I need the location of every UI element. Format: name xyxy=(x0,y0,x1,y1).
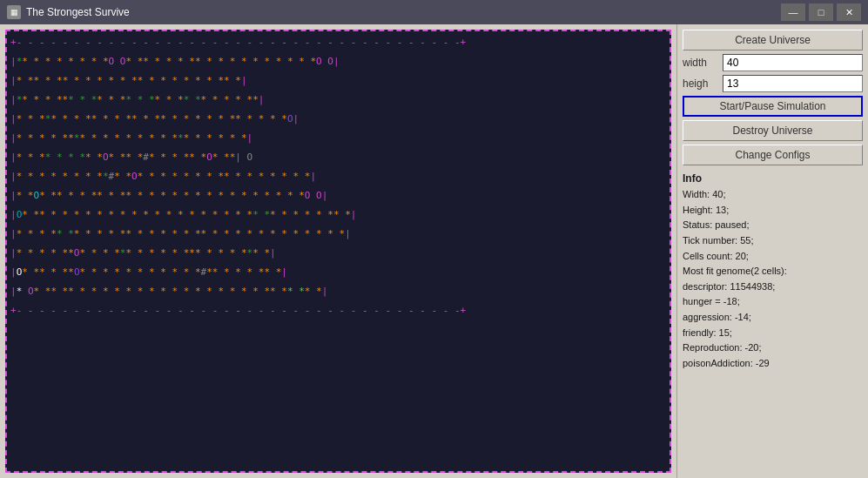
title-bar-left: ▦ The Strongest Survive xyxy=(7,5,130,19)
info-line-2: Status: paused; xyxy=(683,218,863,233)
sim-row: | * * * * * * O* * * * * * * * * * * * *… xyxy=(10,244,666,263)
sim-row: | * * * * * * * * *O * * * * # * * * * *… xyxy=(10,148,666,167)
window-controls: — □ ✕ xyxy=(781,3,861,21)
sim-row: |* *O * * * * * * * * * * * * * * * * * … xyxy=(10,186,666,205)
sim-row: | * * * * * * * * * * * * * * * * * * * … xyxy=(10,91,666,110)
right-panel: Create Universe width heigh Start/Pause … xyxy=(676,24,868,478)
info-section: Info Width: 40; Height: 13; Status: paus… xyxy=(683,171,863,371)
start-pause-button[interactable]: Start/Pause Simulation xyxy=(683,96,863,117)
minimize-button[interactable]: — xyxy=(781,3,805,21)
info-line-4: Cells count: 20; xyxy=(683,249,863,265)
width-label: width xyxy=(683,57,717,69)
app-icon: ▦ xyxy=(7,5,21,19)
canvas-area: +- - - - - - - - - - - - - - - - - - - -… xyxy=(0,24,676,478)
destroy-universe-button[interactable]: Destroy Universe xyxy=(683,120,863,141)
info-line-0: Width: 40; xyxy=(683,187,863,203)
width-input[interactable] xyxy=(723,54,863,71)
sim-row: +- - - - - - - - - - - - - - - - - - - -… xyxy=(10,33,666,52)
sim-row: | * * * * * * * * * * * * * * * * * * * … xyxy=(10,225,666,244)
info-line-11: poisonAddiction: -29 xyxy=(683,356,863,372)
info-line-10: Reproduction: -20; xyxy=(683,340,863,356)
sim-row: | * * * * * * * * * * * * * * * * * * * … xyxy=(10,110,666,129)
change-configs-button[interactable]: Change Configs xyxy=(683,145,863,165)
sim-row: | O* * * * * * O * * * * * * * * * * * #… xyxy=(10,263,666,282)
window-title: The Strongest Survive xyxy=(26,6,130,18)
info-line-8: aggression: -14; xyxy=(683,310,863,326)
info-line-5: Most fit genome(2 cells): xyxy=(683,264,863,279)
sim-row: | O * * * * * * * * * * * * * * * * * * … xyxy=(10,205,666,225)
height-input[interactable] xyxy=(723,75,863,92)
sim-row: +- - - - - - - - - - - - - - - - - - - -… xyxy=(10,301,666,320)
sim-row: | * * * * * * * * * O O* * * * * * * * *… xyxy=(10,52,666,71)
width-field-row: width xyxy=(683,54,863,71)
maximize-button[interactable]: □ xyxy=(809,3,833,21)
sim-row: | * * * * * * * * * * * * * * * * * * * … xyxy=(10,71,666,91)
close-button[interactable]: ✕ xyxy=(837,3,861,21)
height-field-row: heigh xyxy=(683,75,863,92)
sim-row: | * * * * * * * ** #* *O * * * * * * * *… xyxy=(10,167,666,186)
info-line-1: Height: 13; xyxy=(683,203,863,219)
info-title: Info xyxy=(683,171,863,187)
info-line-3: Tick number: 55; xyxy=(683,233,863,249)
height-label: heigh xyxy=(683,77,717,90)
simulation-canvas: +- - - - - - - - - - - - - - - - - - - -… xyxy=(5,30,671,473)
create-universe-button[interactable]: Create Universe xyxy=(683,30,863,50)
main-area: +- - - - - - - - - - - - - - - - - - - -… xyxy=(0,24,868,478)
sim-row: |* O* * * * * * * * * * * * * * * * * * … xyxy=(10,282,666,301)
sim-row: | * * * * * * * * * * * * * * * * * * * … xyxy=(10,129,666,148)
info-line-7: hunger = -18; xyxy=(683,294,863,310)
info-line-6: descriptor: 11544938; xyxy=(683,279,863,295)
info-line-9: friendly: 15; xyxy=(683,326,863,341)
title-bar: ▦ The Strongest Survive — □ ✕ xyxy=(0,0,868,24)
